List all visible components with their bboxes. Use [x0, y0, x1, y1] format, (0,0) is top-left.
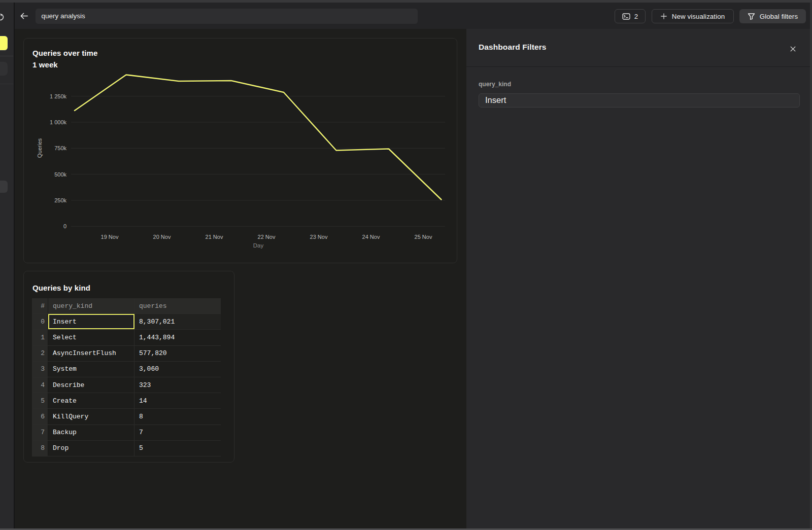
svg-text:25 Nov: 25 Nov: [415, 234, 432, 240]
svg-text:24 Nov: 24 Nov: [362, 234, 380, 240]
svg-text:Queries: Queries: [37, 138, 43, 158]
svg-text:250k: 250k: [54, 197, 66, 203]
svg-text:1 000k: 1 000k: [50, 119, 67, 125]
svg-text:0: 0: [63, 223, 66, 229]
svg-text:500k: 500k: [54, 171, 66, 178]
svg-text:21 Nov: 21 Nov: [206, 234, 223, 240]
svg-text:750k: 750k: [54, 145, 66, 151]
svg-text:19 Nov: 19 Nov: [101, 234, 119, 240]
svg-text:20 Nov: 20 Nov: [153, 234, 171, 240]
svg-text:1 250k: 1 250k: [50, 93, 67, 99]
svg-text:Day: Day: [253, 242, 264, 249]
svg-text:22 Nov: 22 Nov: [258, 234, 276, 240]
svg-text:23 Nov: 23 Nov: [310, 234, 328, 240]
